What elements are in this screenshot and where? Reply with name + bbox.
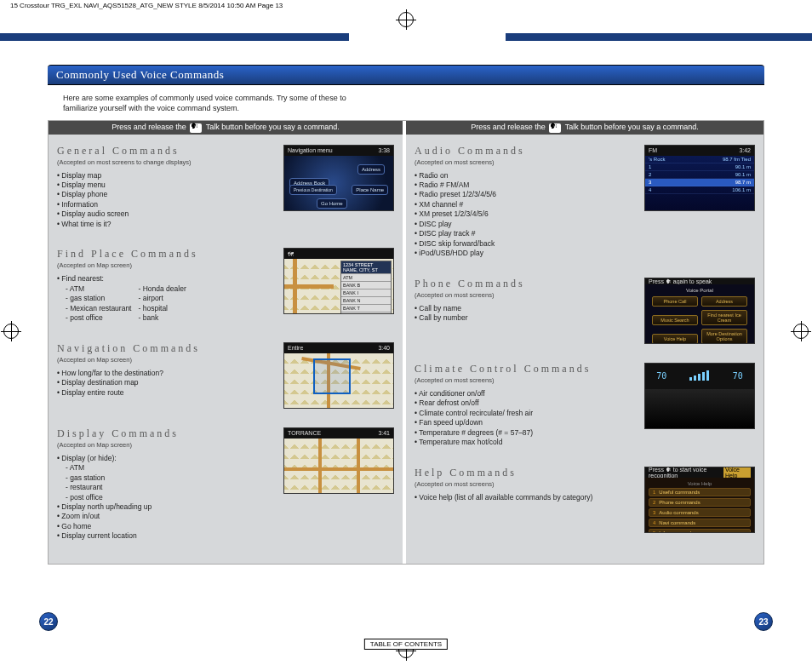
cmd-item: gas station: [66, 294, 132, 303]
screenshot-map-search: 🗺 1234 STREET NAME, CITY, ST ATM BANK B …: [283, 248, 394, 314]
cmd-item: What time is it?: [57, 220, 275, 229]
screenshot-voice-portal: Press 🗣 again to speak Voice Portal Phon…: [644, 278, 755, 344]
cmd-item: restaurant: [66, 483, 275, 492]
cmd-item: Display entire route: [57, 388, 275, 398]
toc-link[interactable]: TABLE OF CONTENTS: [364, 639, 448, 650]
cmd-item: Display north up/heading up: [57, 502, 275, 512]
screenshot-voice-help: Press 🗣 to start voice recognitionVoice …: [644, 467, 755, 533]
registration-mark: [793, 324, 809, 339]
right-column: Press and release the Talk button before…: [406, 121, 763, 564]
cmd-item: DISC play: [415, 220, 636, 229]
cmd-item: Display phone: [57, 190, 275, 199]
block-title: General Commands: [57, 145, 275, 158]
cmd-item: Display (or hide):: [57, 454, 275, 463]
cmd-item: gas station: [66, 473, 275, 483]
cmd-item: DISC play track #: [415, 229, 636, 238]
cmd-item: Voice help (list of all available comman…: [415, 493, 636, 502]
cmd-item: Air conditioner on/off: [415, 389, 636, 398]
block-title: Display Commands: [57, 427, 275, 440]
cmd-item: bank: [139, 313, 186, 323]
registration-mark: [3, 324, 19, 339]
registration-mark: [398, 12, 414, 27]
block-subtitle: (Accepted on Map screen): [57, 441, 275, 449]
cmd-item: Radio # FM/AM: [415, 181, 636, 190]
block-title: Audio Commands: [415, 145, 636, 158]
find-place-commands: Find Place Commands (Accepted on Map scr…: [57, 248, 394, 323]
audio-commands: Audio Commands (Accepted on most screens…: [415, 145, 755, 259]
block-subtitle: (Accepted on Map screen): [57, 261, 275, 269]
cmd-item: airport: [139, 294, 186, 303]
block-title: Phone Commands: [415, 278, 636, 290]
help-commands: Help Commands (Accepted on most screens)…: [415, 467, 755, 533]
cmd-item: ATM: [66, 284, 132, 294]
screenshot-nav-menu: Navigation menu3:38 Address Address Book…: [283, 145, 394, 211]
cmd-item: Call by name: [415, 304, 636, 313]
cmd-item: Display menu: [57, 181, 275, 190]
cmd-item: Zoom in/out: [57, 512, 275, 521]
cmd-item: How long/far to the destination?: [57, 369, 275, 378]
block-title: Navigation Commands: [57, 342, 275, 355]
cmd-item: Rear defrost on/off: [415, 398, 636, 408]
block-title: Help Commands: [415, 467, 636, 479]
section-title: Commonly Used Voice Commands: [48, 65, 764, 85]
intro-text: Here are some examples of commonly used …: [63, 94, 369, 113]
talk-icon: [549, 123, 561, 133]
block-subtitle: (Accepted on Map screen): [57, 356, 275, 364]
hint-bar: Press and release the Talk button before…: [406, 121, 763, 134]
phone-commands: Phone Commands (Accepted on most screens…: [415, 278, 755, 344]
cmd-item: Radio on: [415, 171, 636, 181]
screenshot-map-route: Entire3:40: [283, 342, 394, 409]
cmd-item: Display audio screen: [57, 209, 275, 219]
general-commands: General Commands (Accepted on most scree…: [57, 145, 394, 230]
navigation-commands: Navigation Commands (Accepted on Map scr…: [57, 342, 394, 409]
cmd-item: Temperature # degrees (# = 57–87): [415, 428, 636, 438]
talk-icon: [190, 123, 202, 133]
top-blue-bars: [0, 33, 812, 41]
block-subtitle: (Accepted on most screens): [415, 291, 636, 299]
screenshot-audio-fm: FM3:42 's Rock98.7 fm Tied 190.1 m 290.1…: [644, 145, 755, 211]
cmd-item: ATM: [66, 463, 275, 473]
cmd-item: Information: [57, 200, 275, 209]
cmd-item: post office: [66, 493, 275, 502]
cmd-item: Display map: [57, 171, 275, 181]
cmd-item: DISC skip forward/back: [415, 239, 636, 249]
cmd-item: XM channel #: [415, 200, 636, 209]
page-number-right: 23: [754, 612, 773, 631]
screenshot-map-display: TORRANCE3:41: [283, 427, 394, 494]
cmd-item: Honda dealer: [139, 284, 186, 294]
left-column: Press and release the Talk button before…: [49, 121, 406, 564]
content-box: Press and release the Talk button before…: [48, 120, 764, 565]
block-title: Climate Control Commands: [415, 363, 636, 375]
cmd-item: Display current location: [57, 531, 275, 541]
cmd-item: Temperature max hot/cold: [415, 438, 636, 447]
cmd-item: hospital: [139, 304, 186, 313]
cmd-item: iPod/USB/HDD play: [415, 249, 636, 258]
climate-commands: Climate Control Commands (Accepted on mo…: [415, 363, 755, 448]
screenshot-climate: 70 70: [644, 363, 755, 429]
block-subtitle: (Accepted on most screens to change disp…: [57, 158, 275, 166]
hint-bar: Press and release the Talk button before…: [49, 121, 403, 134]
cmd-item: XM preset 1/2/3/4/5/6: [415, 209, 636, 219]
cmd-item: Fan speed up/down: [415, 418, 636, 427]
block-subtitle: (Accepted on most screens): [415, 158, 636, 166]
page-number-left: 22: [39, 612, 58, 631]
cmd-item: Display destination map: [57, 378, 275, 387]
cmd-item: Mexican restaurant: [66, 304, 132, 313]
print-header: 15 Crosstour TRG_EXL NAVI_AQS51528_ATG_N…: [10, 2, 283, 9]
block-subtitle: (Accepted on most screens): [415, 480, 636, 488]
block-subtitle: (Accepted on most screens): [415, 376, 636, 384]
cmd-item: Find nearest:: [57, 274, 275, 284]
display-commands: Display Commands (Accepted on Map screen…: [57, 427, 394, 542]
cmd-item: Radio preset 1/2/3/4/5/6: [415, 190, 636, 199]
cmd-item: post office: [66, 313, 132, 323]
cmd-item: Call by number: [415, 313, 636, 323]
block-title: Find Place Commands: [57, 248, 275, 261]
cmd-item: Go home: [57, 522, 275, 531]
cmd-item: Climate control recirculate/ fresh air: [415, 409, 636, 418]
